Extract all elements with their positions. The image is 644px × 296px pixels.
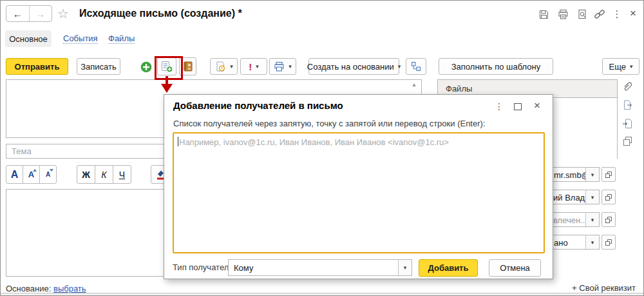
more-button-label: Еще: [609, 62, 626, 72]
bold-button[interactable]: Ж: [77, 165, 95, 184]
open-window-icon: [605, 239, 612, 246]
state-field-value: ано: [554, 238, 568, 248]
dialog-close-icon[interactable]: ×: [531, 99, 543, 112]
chevron-down-icon: ▾: [591, 194, 594, 201]
send-button[interactable]: Отправить: [6, 58, 68, 75]
add-recipients-icon: [160, 60, 173, 73]
chevron-down-icon: ▾: [630, 64, 633, 70]
window-close-icon[interactable]: ×: [627, 6, 639, 21]
scroll-up-icon[interactable]: ▲: [412, 82, 417, 88]
address-book-icon: [182, 61, 194, 72]
back-icon: ←: [13, 8, 23, 19]
chevron-down-icon: ▾: [591, 172, 594, 178]
open-window-icon: [605, 171, 612, 179]
recipient-type-dropdown-button[interactable]: ▾: [398, 260, 412, 275]
create-based-on-label: Создать на основании: [307, 62, 394, 72]
create-based-on-button[interactable]: Создать на основании ▾: [308, 58, 399, 75]
tab-main-label: Основное: [9, 34, 48, 44]
bold-label: Ж: [82, 170, 90, 180]
underline-button[interactable]: Ч: [113, 165, 131, 184]
open-window-icon: [605, 216, 612, 224]
recipient-type-label: Тип получателя:: [173, 262, 236, 272]
add-recipients-dialog: Добавление получателей в письмо ⋮ × Спис…: [164, 94, 553, 279]
custom-attribute-link[interactable]: + Свой реквизит: [572, 283, 636, 293]
base-select-link[interactable]: выбрать: [53, 284, 86, 293]
author-field-value: ий Влади: [553, 193, 589, 202]
importance-split-button[interactable]: ! ▾: [240, 58, 267, 75]
related-documents-button[interactable]: [406, 58, 426, 75]
font-a-label: А: [11, 169, 19, 181]
importance-icon: !: [249, 61, 252, 72]
font-increase-button[interactable]: А: [23, 165, 40, 184]
author-open-button[interactable]: [601, 190, 616, 204]
write-button[interactable]: Записать: [77, 58, 120, 75]
underline-label: Ч: [119, 170, 125, 180]
chevron-down-icon: ▾: [289, 64, 292, 70]
dialog-title: Добавление получателей в письмо: [173, 100, 343, 111]
preview-icon[interactable]: [575, 7, 589, 21]
print-split-button[interactable]: ▾: [269, 58, 296, 75]
save-icon[interactable]: [536, 7, 551, 21]
export-file-icon[interactable]: [621, 99, 634, 112]
address-book-button[interactable]: [179, 57, 196, 75]
add-icon[interactable]: [138, 59, 155, 74]
account-open-button[interactable]: [601, 167, 616, 182]
recipient-type-value: Кому: [234, 263, 253, 273]
forward-button[interactable]: →: [30, 6, 52, 21]
copy-icon[interactable]: [622, 135, 634, 147]
more-menu-icon[interactable]: ⋮: [611, 7, 623, 21]
text-format-group: Ж К Ч: [77, 165, 131, 184]
forward-icon: →: [35, 8, 45, 19]
recipient-type-combo[interactable]: Кому ▾: [228, 259, 412, 276]
bottom-strip: [1, 293, 643, 296]
state-dropdown-button[interactable]: ▾: [585, 235, 599, 249]
status-open-button[interactable]: [601, 212, 616, 227]
open-window-icon: [605, 193, 612, 201]
chevron-down-icon: ▾: [256, 64, 259, 70]
page-title: Исходящее письмо (создание) *: [79, 8, 242, 19]
font-bold-a-button[interactable]: А: [6, 165, 23, 184]
font-a-label: А: [46, 171, 50, 178]
chevron-down-icon: ▾: [591, 217, 594, 223]
text-caret: [178, 137, 178, 146]
files-panel-title: Файлы: [446, 84, 472, 94]
print-blue-icon: [274, 61, 285, 72]
back-button[interactable]: ←: [6, 6, 30, 21]
print-icon[interactable]: [556, 7, 570, 21]
italic-button[interactable]: К: [95, 165, 113, 184]
increase-icon: [33, 169, 37, 172]
tab-main[interactable]: Основное: [5, 30, 52, 47]
cancel-button[interactable]: Отмена: [489, 259, 541, 277]
status-field-value: влечен...: [553, 215, 587, 225]
add-recipients-button[interactable]: [157, 57, 176, 75]
doc-clock-icon: [214, 61, 226, 72]
link-icon[interactable]: [592, 7, 607, 21]
dialog-more-icon[interactable]: ⋮: [494, 101, 504, 112]
attach-file-icon[interactable]: [621, 80, 635, 94]
related-documents-icon: [410, 61, 422, 72]
account-dropdown-button[interactable]: ▾: [585, 168, 599, 181]
schedule-split-button[interactable]: ▾: [210, 58, 238, 75]
add-button[interactable]: Добавить: [419, 259, 478, 277]
more-button[interactable]: Еще ▾: [602, 58, 639, 75]
chevron-down-icon: ▾: [230, 64, 233, 70]
base-label: Основание:: [6, 284, 51, 293]
tab-files[interactable]: Файлы: [108, 34, 135, 44]
chevron-down-icon: ▾: [591, 239, 594, 246]
import-file-icon[interactable]: [621, 117, 634, 130]
recipients-textarea[interactable]: [173, 132, 545, 253]
decrease-icon: [50, 169, 53, 172]
italic-label: К: [101, 170, 106, 180]
dialog-maximize-icon[interactable]: [512, 101, 524, 112]
tab-events[interactable]: События: [63, 34, 98, 44]
author-dropdown-button[interactable]: ▾: [585, 190, 599, 204]
fill-by-template-button[interactable]: Заполнить по шаблону: [439, 58, 553, 75]
chevron-down-icon: ▾: [404, 264, 407, 271]
account-field-value: mr.smb@: [554, 170, 590, 180]
history-nav: ← →: [6, 5, 52, 22]
favorite-star-icon[interactable]: ☆: [57, 6, 69, 21]
status-dropdown-button[interactable]: ▾: [585, 213, 599, 226]
font-decrease-button[interactable]: А: [39, 165, 57, 184]
chevron-down-icon: ▾: [398, 64, 401, 70]
state-open-button[interactable]: [601, 235, 616, 250]
